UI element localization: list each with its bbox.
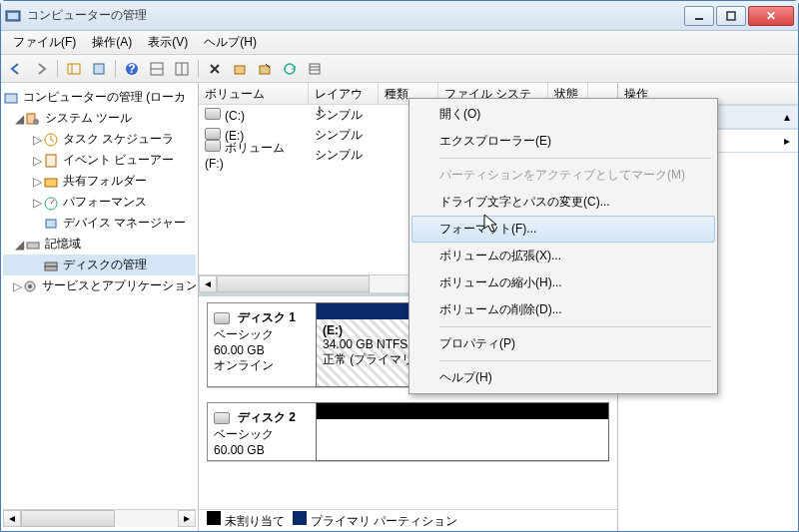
menu-action[interactable]: 操作(A) (84, 31, 140, 54)
svg-rect-24 (45, 179, 57, 187)
cm-open[interactable]: 開く(O) (411, 101, 715, 128)
menu-separator (439, 326, 711, 327)
tree-label: コンピューターの管理 (ローカ (23, 89, 186, 106)
tree-label: 記憶域 (45, 236, 81, 253)
back-button[interactable] (5, 58, 27, 80)
list-icon[interactable] (304, 58, 326, 80)
menu-separator (439, 360, 711, 361)
legend-swatch-unallocated (207, 511, 221, 525)
tree-device-manager[interactable]: デバイス マネージャー (3, 213, 196, 234)
svg-rect-16 (310, 64, 320, 74)
collapse-icon[interactable]: ◢ (13, 238, 25, 252)
volume-layout: シンプル (309, 125, 379, 146)
tree-services[interactable]: ▷サービスとアプリケーション (3, 275, 196, 296)
disk-title: ディスク 2 (238, 409, 296, 426)
menu-help[interactable]: ヘルプ(H) (196, 31, 265, 54)
legend-swatch-primary (293, 511, 307, 525)
cm-change-letter[interactable]: ドライブ文字とパスの変更(C)... (411, 189, 715, 216)
volume-name: (C:) (225, 109, 245, 123)
tree-label: 共有フォルダー (63, 173, 147, 190)
expand-icon[interactable]: ▷ (31, 196, 43, 210)
cm-format[interactable]: フォーマット(F)... (411, 216, 715, 243)
disk-status: オンライン (214, 357, 310, 374)
tree-label: デバイス マネージャー (63, 215, 186, 232)
expand-icon[interactable]: ▷ (31, 154, 43, 168)
svg-rect-28 (45, 263, 57, 266)
tree-shared-folders[interactable]: ▷共有フォルダー (3, 171, 196, 192)
forward-button[interactable] (30, 58, 52, 80)
titlebar[interactable]: コンピューターの管理 ✕ (1, 1, 798, 31)
tree-label: ディスクの管理 (63, 257, 147, 273)
maximize-button[interactable] (716, 6, 746, 26)
svg-rect-26 (46, 220, 56, 228)
cm-help[interactable]: ヘルプ(H) (411, 364, 715, 391)
expand-icon[interactable]: ▷ (31, 133, 43, 147)
show-hide-tree-button[interactable] (63, 58, 85, 80)
cm-shrink[interactable]: ボリュームの縮小(H)... (411, 269, 715, 296)
action-icon-1[interactable] (229, 58, 251, 80)
svg-text:?: ? (128, 62, 135, 76)
app-icon (5, 8, 21, 24)
svg-point-31 (28, 284, 32, 288)
delete-icon[interactable] (204, 58, 226, 80)
cm-delete[interactable]: ボリュームの削除(D)... (411, 296, 715, 323)
svg-rect-27 (27, 243, 39, 249)
col-volume[interactable]: ボリューム (199, 83, 309, 104)
menu-file[interactable]: ファイル(F) (5, 31, 84, 54)
expand-icon[interactable]: ▷ (31, 175, 43, 189)
collapse-arrow-icon: ▴ (784, 110, 790, 124)
drive-icon (205, 108, 221, 120)
menu-separator (439, 158, 711, 159)
partition-unallocated[interactable] (316, 402, 609, 461)
svg-rect-13 (235, 66, 245, 74)
svg-rect-23 (46, 155, 56, 167)
disk-icon (214, 412, 230, 424)
close-button[interactable]: ✕ (748, 6, 794, 26)
layout-button-1[interactable] (146, 58, 168, 80)
cm-mark-active: パーティションをアクティブとしてマーク(M) (411, 162, 715, 189)
expand-icon[interactable]: ▷ (13, 279, 22, 293)
cm-properties[interactable]: プロパティ(P) (411, 330, 715, 357)
svg-rect-6 (94, 64, 104, 74)
layout-button-2[interactable] (171, 58, 193, 80)
tree-panel: コンピューターの管理 (ローカ ◢システム ツール ▷タスク スケジューラ ▷イ… (1, 83, 199, 531)
disk-info[interactable]: ディスク 2 ベーシック 60.00 GB (207, 402, 317, 461)
tree-label: イベント ビューアー (63, 152, 174, 169)
legend-label: 未割り当て (225, 514, 285, 528)
minimize-button[interactable] (684, 6, 714, 26)
disk-type: ベーシック (214, 326, 310, 343)
svg-rect-1 (8, 13, 18, 19)
legend: 未割り当て プライマリ パーティション (199, 509, 617, 531)
col-layout[interactable]: レイアウト (309, 83, 379, 104)
tree-event-viewer[interactable]: ▷イベント ビューアー (3, 150, 196, 171)
tree-storage[interactable]: ◢記憶域 (3, 234, 196, 255)
action-icon-2[interactable] (254, 58, 276, 80)
menubar: ファイル(F) 操作(A) 表示(V) ヘルプ(H) (1, 31, 798, 55)
volume-layout: シンプル (309, 105, 379, 126)
disk-info[interactable]: ディスク 1 ベーシック 60.00 GB オンライン (207, 302, 317, 387)
cm-explorer[interactable]: エクスプローラー(E) (411, 128, 715, 155)
tree-task-scheduler[interactable]: ▷タスク スケジューラ (3, 129, 196, 150)
collapse-icon[interactable]: ◢ (13, 112, 25, 126)
refresh-icon[interactable] (279, 58, 301, 80)
svg-point-21 (33, 119, 39, 125)
svg-rect-19 (5, 94, 17, 103)
tree-performance[interactable]: ▷パフォーマンス (3, 192, 196, 213)
tree-system-tools[interactable]: ◢システム ツール (3, 108, 196, 129)
tree-disk-management[interactable]: ディスクの管理 (3, 255, 196, 275)
disk-size: 60.00 GB (214, 343, 310, 357)
help-icon[interactable]: ? (121, 58, 143, 80)
legend-label: プライマリ パーティション (311, 514, 457, 528)
chevron-right-icon: ▸ (784, 134, 790, 148)
toolbar: ? (1, 55, 798, 83)
tree-label: パフォーマンス (63, 194, 147, 211)
tree-label: サービスとアプリケーション (42, 277, 196, 294)
tree-hscrollbar[interactable]: ◂▸ (3, 509, 196, 527)
disk-size: 60.00 GB (214, 443, 310, 457)
menu-view[interactable]: 表示(V) (140, 31, 196, 54)
cm-extend[interactable]: ボリュームの拡張(X)... (411, 243, 715, 269)
volume-layout: シンプル (309, 145, 379, 166)
context-menu: 開く(O) エクスプローラー(E) パーティションをアクティブとしてマーク(M)… (408, 98, 718, 394)
tree-root[interactable]: コンピューターの管理 (ローカ (3, 87, 196, 108)
properties-button[interactable] (88, 58, 110, 80)
